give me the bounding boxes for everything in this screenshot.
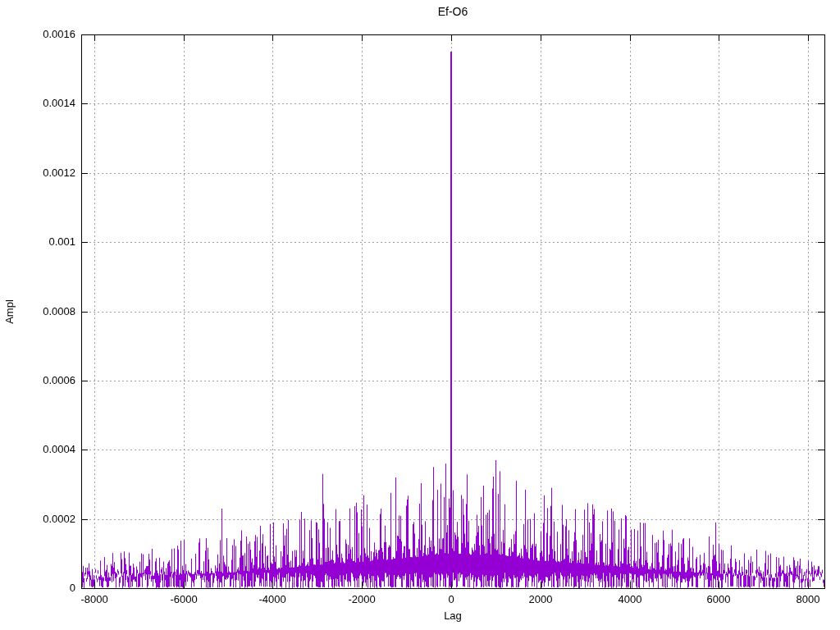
x-tick-label: 2000 — [508, 593, 573, 605]
y-tick-label: 0.001 — [0, 235, 75, 249]
y-tick-label: 0.0006 — [0, 374, 75, 387]
gnuplot-chart-window: Ef-O6 Ampl Lag -8000-6000-4000-200002000… — [0, 0, 840, 630]
y-tick-label: 0.0016 — [0, 28, 75, 41]
x-tick-label: -8000 — [62, 593, 127, 605]
y-tick-label: 0 — [0, 582, 75, 595]
y-tick-label: 0.0008 — [0, 305, 75, 318]
chart-title: Ef-O6 — [81, 5, 824, 18]
correlation-chart-canvas — [0, 0, 840, 630]
x-tick-label: 0 — [418, 593, 484, 605]
x-axis-label: Lag — [81, 609, 824, 622]
x-tick-label: -2000 — [329, 593, 395, 605]
x-tick-label: 6000 — [686, 593, 751, 605]
y-tick-label: 0.0004 — [0, 443, 75, 456]
x-tick-label: 8000 — [775, 593, 840, 605]
x-tick-label: -6000 — [151, 593, 217, 605]
y-tick-label: 0.0002 — [0, 513, 75, 526]
x-tick-label: -4000 — [240, 593, 305, 605]
y-tick-label: 0.0012 — [0, 167, 75, 180]
y-tick-label: 0.0014 — [0, 97, 75, 110]
x-tick-label: 4000 — [597, 593, 663, 605]
